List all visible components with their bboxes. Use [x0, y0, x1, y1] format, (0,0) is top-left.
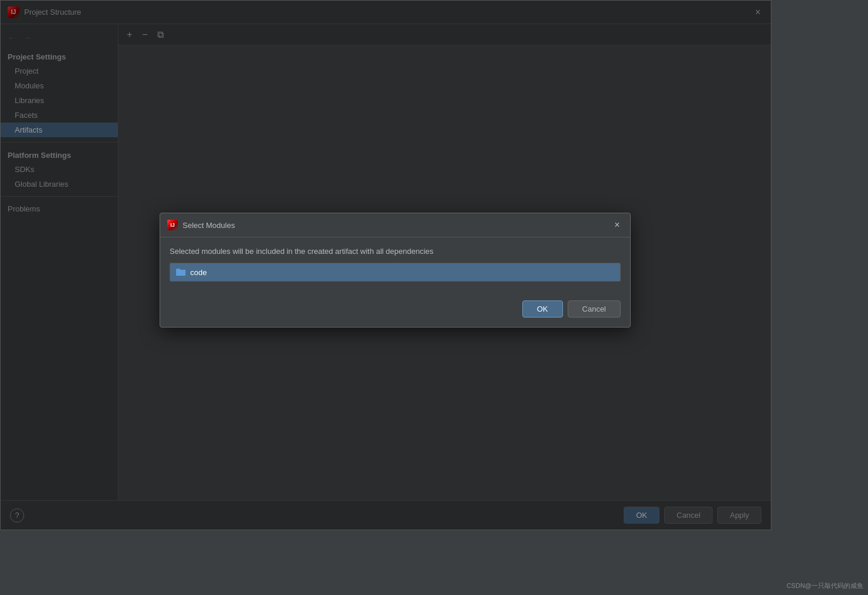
- watermark: CSDN@一只敲代码的咸鱼: [787, 581, 863, 590]
- dialog-cancel-button[interactable]: Cancel: [568, 300, 621, 318]
- folder-icon: [176, 269, 185, 276]
- dialog-footer: OK Cancel: [160, 300, 630, 327]
- dialog-close-button[interactable]: ×: [611, 219, 623, 231]
- dialog-title: Select Modules: [183, 221, 607, 230]
- select-modules-dialog: IJ Select Modules × Selected modules wil…: [160, 213, 631, 328]
- dialog-ok-button[interactable]: OK: [522, 300, 563, 318]
- module-item-code[interactable]: code: [170, 263, 620, 281]
- main-window: IJ Project Structure × ← → Project Setti…: [0, 0, 771, 530]
- dialog-description: Selected modules will be included in the…: [170, 247, 621, 256]
- module-list: code: [170, 263, 621, 282]
- dialog-app-icon: IJ: [167, 220, 178, 230]
- module-name: code: [190, 268, 207, 277]
- dialog-title-bar: IJ Select Modules ×: [160, 213, 630, 237]
- dialog-body: Selected modules will be included in the…: [160, 237, 630, 300]
- module-folder-icon: [176, 267, 185, 277]
